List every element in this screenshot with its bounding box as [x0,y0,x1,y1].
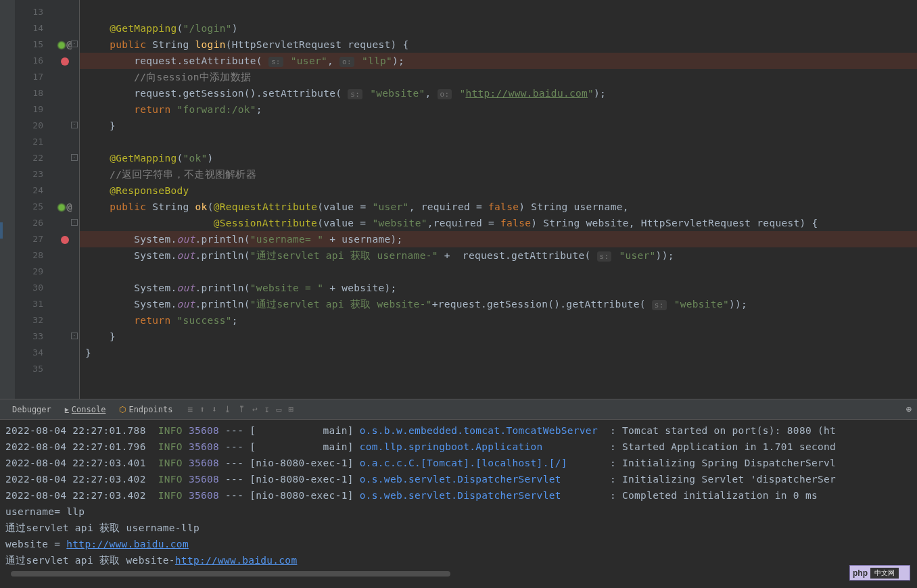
code-line[interactable]: return "success"; [80,312,917,328]
fold-icon[interactable]: - [71,122,78,128]
line-number[interactable]: 18 [15,85,50,101]
annotation-cell[interactable] [50,20,79,36]
code-line[interactable]: //返回字符串，不走视图解析器 [80,166,917,182]
annotation-cell[interactable]: - [50,215,79,231]
line-number[interactable]: 33 [15,328,50,345]
line-number[interactable]: 20 [15,118,50,134]
scrollbar-thumb[interactable] [11,571,450,577]
annotation-cell[interactable]: @- [50,36,79,53]
code-line[interactable]: System.out.println("通过servlet api 获取 web… [80,296,917,312]
scroll-icon[interactable]: ↧ [264,404,270,414]
code-line[interactable]: @GetMapping("ok") [80,150,917,166]
annotation-cell[interactable] [50,231,79,247]
wrap-icon[interactable]: ↩ [252,404,258,414]
url-link[interactable]: http://www.baidu.com [66,539,189,549]
spring-icon[interactable] [57,41,66,50]
fold-icon[interactable]: - [71,219,78,226]
annotation-cell[interactable] [50,247,79,264]
line-number[interactable]: 32 [15,312,50,328]
line-number[interactable]: 14 [15,20,50,36]
code-line[interactable]: @GetMapping("/login") [80,20,917,36]
fold-icon[interactable]: - [71,41,78,47]
split-icon[interactable]: ⊞ [288,404,293,414]
at-icon[interactable]: @ [66,201,72,212]
scrollbar-track[interactable] [11,571,906,579]
code-line[interactable] [80,264,917,280]
line-number[interactable]: 16 [15,53,50,69]
code-line[interactable]: request.getSession().setAttribute( s: "w… [80,85,917,101]
line-number[interactable]: 24 [15,182,50,199]
annotation-cell[interactable] [50,101,79,118]
breakpoint-icon[interactable] [61,57,69,66]
fold-icon[interactable]: - [71,333,78,339]
line-number[interactable]: 23 [15,166,50,182]
code-line[interactable]: } [80,345,917,361]
down-icon[interactable]: ⬇ [212,404,217,414]
code-line[interactable] [80,361,917,377]
annotation-cell[interactable] [50,134,79,150]
spring-icon[interactable] [57,203,66,212]
line-number[interactable]: 27 [15,231,50,247]
annotation-cell[interactable] [50,361,79,377]
annotation-cell[interactable] [50,85,79,101]
annotation-cell[interactable] [50,312,79,328]
line-number[interactable]: 25 [15,199,50,215]
code-line[interactable]: public String login(HttpServletRequest r… [80,36,917,53]
code-line[interactable] [80,134,917,150]
import-icon[interactable]: ⤒ [238,404,245,414]
breakpoint-icon[interactable] [61,236,69,244]
annotation-cell[interactable]: @ [50,199,79,215]
annotation-cell[interactable] [50,296,79,312]
line-number[interactable]: 28 [15,247,50,264]
annotation-cell[interactable]: - [50,328,79,345]
fold-icon[interactable]: - [71,154,78,161]
line-number[interactable]: 21 [15,134,50,150]
line-number[interactable]: 30 [15,280,50,296]
annotation-cell[interactable] [50,4,79,20]
line-number[interactable]: 34 [15,345,50,361]
code-line[interactable]: System.out.println("website = " + websit… [80,280,917,296]
annotation-cell[interactable] [50,53,79,69]
export-icon[interactable]: ⤓ [224,404,231,414]
code-area[interactable]: @GetMapping("/login") public String logi… [80,0,917,399]
code-line[interactable] [80,4,917,20]
line-number[interactable]: 35 [15,361,50,377]
annotation-cell[interactable] [50,69,79,85]
layout-icon[interactable]: ▭ [277,404,282,414]
annotation-cell[interactable] [50,345,79,361]
code-line[interactable]: System.out.println("通过servlet api 获取 use… [80,247,917,264]
annotations-gutter[interactable]: @---@-- [50,0,80,399]
line-number[interactable]: 13 [15,4,50,20]
line-number[interactable]: 31 [15,296,50,312]
annotation-cell[interactable]: - [50,150,79,166]
line-number[interactable]: 19 [15,101,50,118]
up-icon[interactable]: ⬆ [199,404,205,414]
code-line[interactable]: } [80,328,917,345]
line-number[interactable]: 17 [15,69,50,85]
annotation-cell[interactable] [50,264,79,280]
annotation-cell[interactable] [50,182,79,199]
line-number[interactable]: 29 [15,264,50,280]
filter-icon[interactable]: ≡ [187,404,193,414]
code-line[interactable]: public String ok(@RequestAttribute(value… [80,199,917,215]
annotation-cell[interactable] [50,280,79,296]
console-output[interactable]: 2022-08-04 22:27:01.788 INFO 35608 --- [… [0,420,917,588]
url-link[interactable]: http://www.baidu.com [175,555,298,566]
line-number[interactable]: 15 [15,36,50,53]
line-number[interactable]: 22 [15,150,50,166]
gear-icon[interactable]: ⊕ [906,403,912,414]
line-number[interactable]: 26 [15,215,50,231]
code-line[interactable]: @ResponseBody [80,182,917,199]
annotation-cell[interactable]: - [50,118,79,134]
code-line-breakpoint[interactable]: request.setAttribute( s: "user", o: "llp… [80,53,917,69]
tab-debugger[interactable]: Debugger [5,405,58,414]
code-line[interactable]: return "forward:/ok"; [80,101,917,118]
code-line[interactable]: @SessionAttribute(value = "website",requ… [80,215,917,231]
annotation-cell[interactable] [50,166,79,182]
tab-endpoints[interactable]: ⬡Endpoints [112,405,179,414]
code-line[interactable]: //向session中添加数据 [80,69,917,85]
line-number-gutter[interactable]: 1314151617181920212223242526272829303132… [15,0,50,399]
tab-console[interactable]: ▶Console [58,405,113,414]
code-line[interactable]: } [80,118,917,134]
code-line-breakpoint[interactable]: System.out.println("username= " + userna… [80,231,917,247]
